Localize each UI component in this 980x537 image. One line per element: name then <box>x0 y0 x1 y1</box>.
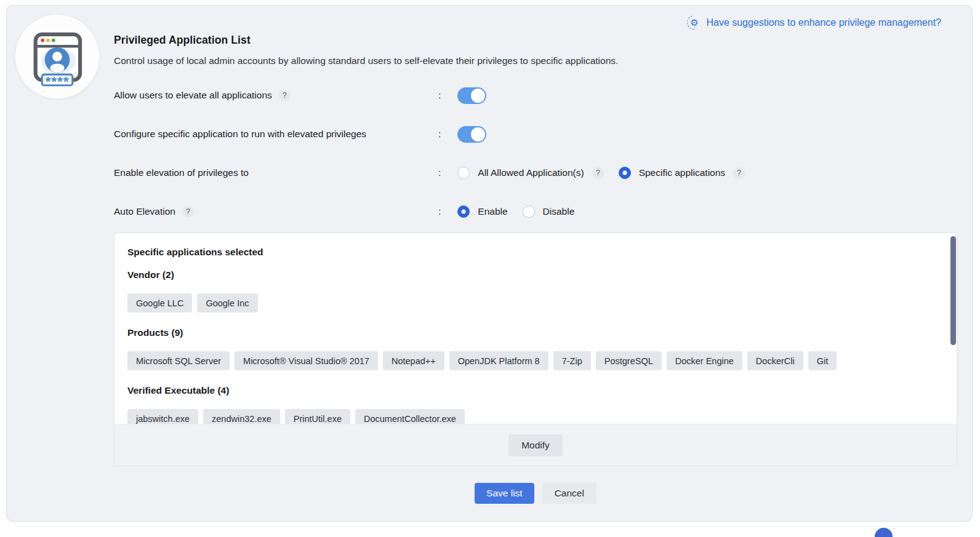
chip[interactable]: Notepad++ <box>383 351 444 370</box>
main-content: Privileged Application List Control usag… <box>114 6 958 504</box>
row-label-group: Configure specific application to run wi… <box>114 129 438 140</box>
configure-specific-control <box>457 126 486 143</box>
panel-scrollbar-thumb[interactable] <box>950 236 956 345</box>
auto-elevation-label: Auto Elevation <box>114 206 175 217</box>
chip[interactable]: Google Inc <box>197 293 257 312</box>
help-icon[interactable]: ? <box>182 206 194 218</box>
chip[interactable]: Microsoft SQL Server <box>127 351 230 370</box>
row-elevation-target: Enable elevation of privileges to : All … <box>114 164 958 182</box>
row-configure-specific: Configure specific application to run wi… <box>114 125 958 143</box>
radio-label: Enable <box>478 206 507 217</box>
help-icon[interactable]: ? <box>279 90 291 101</box>
separator-colon: : <box>438 167 441 178</box>
selected-applications-scroll-area[interactable]: Specific applications selected Vendor (2… <box>114 233 957 424</box>
radio-button[interactable] <box>619 167 631 179</box>
panel-title: Specific applications selected <box>127 247 944 258</box>
configure-specific-label: Configure specific application to run wi… <box>114 129 366 140</box>
section-vendor: Vendor (2) Google LLCGoogle Inc <box>127 269 944 312</box>
product-chips: Microsoft SQL ServerMicrosoft® Visual St… <box>127 351 944 370</box>
section-verified-executable: Verified Executable (4) jabswitch.exezen… <box>127 385 944 424</box>
row-label-group: Enable elevation of privileges to <box>114 167 438 178</box>
footer-actions: Save list Cancel <box>114 483 957 504</box>
allow-all-toggle[interactable] <box>457 87 486 104</box>
privilege-settings-card: ⚙ Have suggestions to enhance privilege … <box>6 5 973 522</box>
toggle-knob <box>471 127 485 141</box>
chip[interactable]: PostgreSQL <box>596 351 662 370</box>
separator-colon: : <box>438 90 441 101</box>
chip[interactable]: Microsoft® Visual Studio® 2017 <box>235 351 378 370</box>
row-allow-all-applications: Allow users to elevate all applications … <box>114 86 958 105</box>
floating-help-button[interactable] <box>875 528 893 537</box>
cancel-button[interactable]: Cancel <box>542 483 596 504</box>
section-heading: Products (9) <box>127 327 944 338</box>
chip[interactable]: 7-Zip <box>553 351 591 370</box>
section-heading: Verified Executable (4) <box>127 385 944 396</box>
radio-label: Specific applications <box>639 167 725 178</box>
chip[interactable]: zendwin32.exe <box>203 409 280 424</box>
chip[interactable]: Google LLC <box>127 293 192 312</box>
selected-applications-panel: Specific applications selected Vendor (2… <box>114 233 957 466</box>
section-products: Products (9) Microsoft SQL ServerMicroso… <box>127 327 944 370</box>
chip[interactable]: OpenJDK Platform 8 <box>449 351 548 370</box>
radio-label: All Allowed Application(s) <box>478 167 584 178</box>
modify-button[interactable]: Modify <box>508 434 563 456</box>
help-icon[interactable]: ? <box>592 167 604 179</box>
radio-all-allowed-applications[interactable]: All Allowed Application(s) ? <box>457 167 603 179</box>
section-heading: Vendor (2) <box>127 269 944 280</box>
separator-colon: : <box>438 129 441 140</box>
row-auto-elevation: Auto Elevation ? : Enable Disable <box>114 202 958 221</box>
page-title: Privileged Application List <box>114 34 958 47</box>
radio-button[interactable] <box>523 205 535 218</box>
settings-rows: Allow users to elevate all applications … <box>114 86 958 221</box>
allow-all-label: Allow users to elevate all applications <box>114 90 272 101</box>
svg-text:****: **** <box>45 73 69 89</box>
radio-specific-applications[interactable]: Specific applications ? <box>619 167 745 179</box>
toggle-knob <box>471 89 485 103</box>
radio-button[interactable] <box>457 205 470 218</box>
radio-label: Disable <box>543 206 575 217</box>
elevation-target-control: All Allowed Application(s) ? Specific ap… <box>457 167 745 179</box>
row-label-group: Allow users to elevate all applications … <box>114 90 438 101</box>
radio-auto-elevation-disable[interactable]: Disable <box>523 205 575 218</box>
save-list-button[interactable]: Save list <box>475 483 534 504</box>
executable-chips: jabswitch.exezendwin32.exePrintUtil.exeD… <box>127 409 944 424</box>
panel-footer: Modify <box>114 424 957 466</box>
chip[interactable]: DockerCli <box>747 351 803 370</box>
chip[interactable]: Git <box>808 351 837 370</box>
configure-specific-toggle[interactable] <box>457 126 486 143</box>
chip[interactable]: PrintUtil.exe <box>285 409 350 424</box>
help-icon[interactable]: ? <box>733 167 745 179</box>
auto-elevation-control: Enable Disable <box>457 205 574 218</box>
allow-all-control <box>457 87 486 104</box>
radio-auto-elevation-enable[interactable]: Enable <box>457 205 507 218</box>
row-label-group: Auto Elevation ? <box>114 206 438 218</box>
page-description: Control usage of local admin accounts by… <box>114 55 958 66</box>
chip[interactable]: jabswitch.exe <box>127 409 198 424</box>
privileged-app-icon: **** <box>15 15 99 98</box>
chip[interactable]: Docker Engine <box>667 351 742 370</box>
radio-button[interactable] <box>457 167 470 179</box>
vendor-chips: Google LLCGoogle Inc <box>127 293 944 312</box>
elevation-target-label: Enable elevation of privileges to <box>114 167 249 178</box>
browser-password-icon: **** <box>20 20 94 93</box>
chip[interactable]: DocumentCollector.exe <box>355 409 465 424</box>
separator-colon: : <box>438 206 441 217</box>
